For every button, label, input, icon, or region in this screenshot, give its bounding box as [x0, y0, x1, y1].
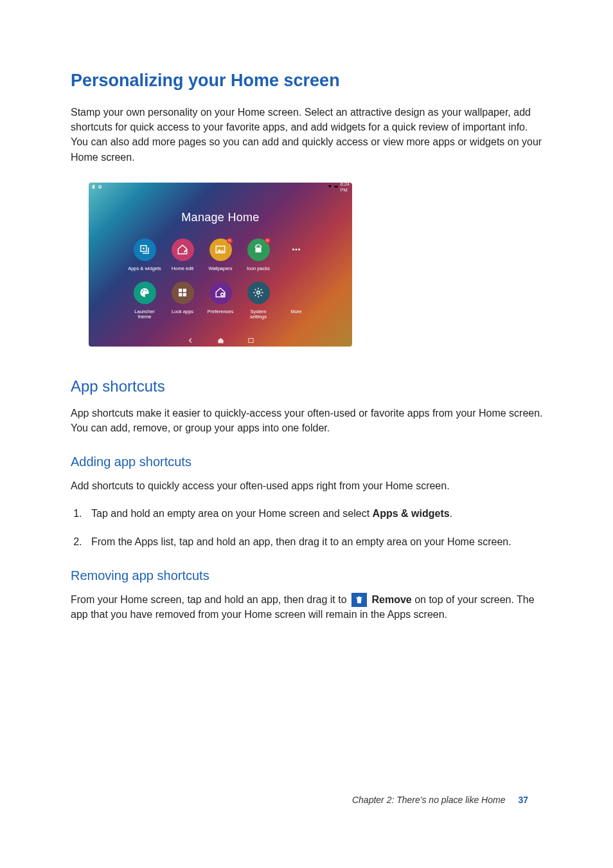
page-footer: Chapter 2: There's no place like Home 37	[0, 795, 613, 805]
removing-heading: Removing app shortcuts	[71, 568, 543, 583]
svg-rect-11	[179, 289, 182, 292]
status-time: 6:24 PM	[340, 183, 350, 193]
adding-intro: Add shortcuts to quickly access your oft…	[71, 478, 543, 493]
svg-point-9	[143, 290, 145, 291]
status-bar: 6:24 PM	[89, 183, 352, 192]
dots-icon	[285, 239, 308, 261]
svg-point-6	[296, 249, 298, 251]
step-2: From the Apps list, tap and hold an app,…	[85, 534, 543, 549]
sd-card-icon	[91, 185, 96, 189]
notification-badge: N	[265, 238, 271, 244]
shot-item-label: Preferences	[208, 309, 233, 318]
picture-icon: N	[209, 239, 232, 261]
svg-rect-14	[183, 293, 186, 296]
page-number: 37	[518, 795, 528, 805]
shot-item-label: More	[290, 309, 301, 318]
settings-small-icon	[98, 185, 102, 189]
home-gear-icon	[209, 282, 232, 304]
intro-text: Stamp your own personality on your Home …	[71, 105, 543, 165]
svg-point-7	[298, 249, 300, 251]
shot-item-home-edit: Home edit	[164, 239, 201, 275]
svg-point-3	[256, 246, 258, 248]
app-shortcuts-text: App shortcuts make it easier to quickly-…	[71, 406, 543, 435]
shot-item-preferences: Preferences	[202, 282, 239, 320]
removing-text: From your Home screen, tap and hold an a…	[71, 592, 543, 622]
app-shortcuts-heading: App shortcuts	[71, 377, 543, 395]
shot-item-label: Wallpapers	[208, 266, 232, 275]
svg-rect-0	[334, 186, 337, 188]
adding-heading: Adding app shortcuts	[71, 455, 543, 469]
svg-rect-13	[179, 293, 182, 296]
tiles-icon	[172, 282, 194, 304]
back-icon	[187, 337, 194, 344]
svg-point-15	[221, 293, 224, 296]
shot-item-label: Apps & widgets	[128, 266, 161, 275]
svg-point-5	[292, 249, 294, 251]
svg-point-8	[141, 292, 143, 293]
page-content: Personalizing your Home screen Stamp you…	[71, 71, 543, 640]
shot-item-label: Home edit	[172, 266, 193, 275]
android-icon: N	[247, 239, 270, 261]
svg-point-10	[145, 290, 147, 291]
nav-row	[89, 337, 352, 344]
home-icon	[217, 337, 224, 344]
shot-item-icon-packs: NIcon packs	[240, 239, 277, 275]
home-pen-icon	[172, 239, 194, 261]
chapter-label: Chapter 2: There's no place like Home	[352, 795, 505, 805]
recent-icon	[247, 337, 254, 344]
palette-icon	[134, 282, 156, 304]
svg-point-16	[257, 291, 260, 294]
trash-icon	[351, 593, 367, 607]
shot-item-label: System settings	[250, 309, 267, 320]
shot-item-wallpapers: NWallpapers	[202, 239, 239, 275]
shot-item-dots	[278, 239, 315, 275]
screenshot-grid: Apps & widgetsHome editNWallpapersNIcon …	[89, 239, 352, 320]
screenshot-title: Manage Home	[89, 211, 352, 224]
battery-icon	[334, 185, 339, 189]
shot-item-launcher-theme: Launcher theme	[127, 282, 163, 320]
wifi-icon	[328, 185, 332, 189]
notification-badge: N	[227, 238, 233, 244]
shot-item-label: Icon packs	[247, 266, 270, 275]
gear-icon	[247, 282, 270, 304]
svg-rect-17	[248, 338, 253, 342]
shot-item-system-settings: System settings	[240, 282, 277, 320]
adding-steps: Tap and hold an empty area on your Home …	[71, 506, 543, 548]
shot-item-label: Lock apps	[172, 309, 193, 318]
svg-rect-12	[183, 289, 186, 292]
shot-item-label: Launcher theme	[134, 309, 154, 320]
shot-item-apps-widgets: Apps & widgets	[127, 239, 163, 275]
manage-home-screenshot: 6:24 PM Manage Home Apps & widgetsHome e…	[89, 183, 352, 347]
plus-card-icon	[134, 239, 156, 261]
shot-item-more: More	[278, 282, 315, 320]
svg-point-4	[260, 246, 261, 248]
page-title: Personalizing your Home screen	[71, 71, 543, 91]
svg-rect-1	[337, 186, 338, 187]
shot-item-lock-apps: Lock apps	[164, 282, 201, 320]
step-1: Tap and hold an empty area on your Home …	[85, 506, 543, 521]
